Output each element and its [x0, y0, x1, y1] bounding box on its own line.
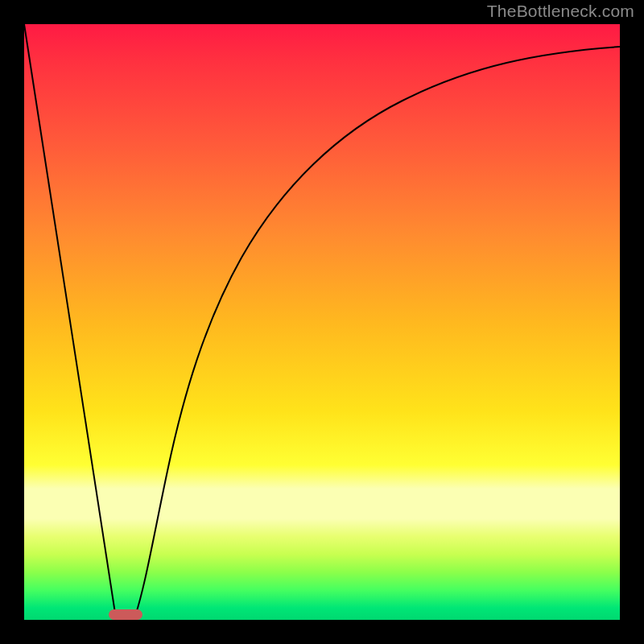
chart-svg: [24, 24, 620, 620]
left-edge-line: [24, 24, 116, 618]
plot-area: [24, 24, 620, 620]
valley-marker: [109, 609, 142, 620]
right-curve: [134, 47, 620, 618]
chart-frame: TheBottleneck.com: [0, 0, 644, 644]
watermark-label: TheBottleneck.com: [487, 2, 634, 21]
